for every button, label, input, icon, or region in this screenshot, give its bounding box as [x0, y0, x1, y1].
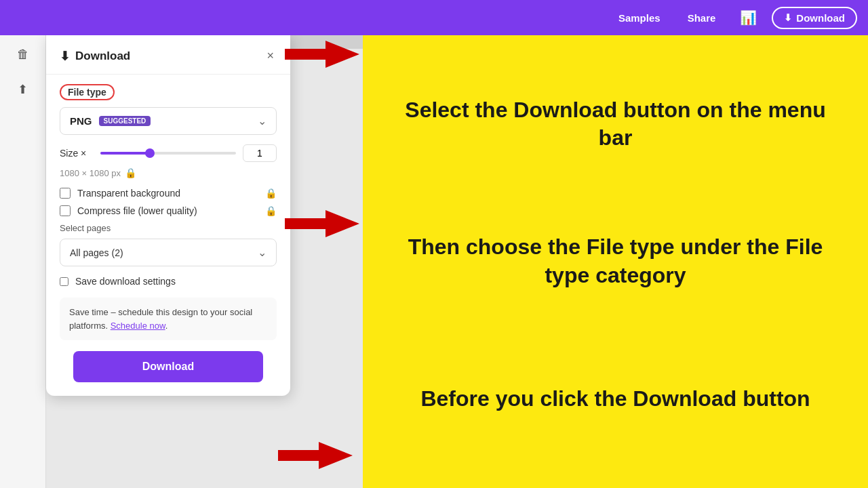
transparent-bg-checkbox[interactable]: [60, 188, 71, 199]
right-panel: Select the Download button on the menu b…: [363, 35, 868, 488]
schedule-link[interactable]: Schedule now: [111, 321, 165, 331]
instruction-2: Then choose the File type under the File…: [390, 193, 841, 331]
transparent-bg-label: Transparent background: [77, 188, 180, 199]
download-menu-label: Download: [796, 12, 845, 24]
transparent-bg-row: Transparent background 🔒: [60, 188, 277, 199]
compress-file-label: Compress file (lower quality): [77, 205, 197, 216]
save-settings-row: Save download settings: [60, 276, 277, 287]
compress-file-row: Compress file (lower quality) 🔒: [60, 205, 277, 216]
panel-title: ⬇ Download: [60, 49, 264, 64]
main-area: 1000 1100 🗑 ⬆ ↻ ⬇ Download × File type: [0, 35, 868, 488]
chart-icon[interactable]: 📊: [733, 5, 764, 30]
panel-close-button[interactable]: ×: [264, 46, 277, 66]
compress-lock-icon: 🔒: [265, 205, 277, 216]
svg-rect-6: [278, 450, 319, 461]
duplicate-icon[interactable]: ⬆: [11, 77, 35, 102]
file-type-left: PNG SUGGESTED: [70, 115, 151, 127]
download-menu-button[interactable]: Download: [772, 7, 857, 29]
size-dims: 1080 × 1080 px 🔒: [60, 167, 277, 178]
instruction-3-text: Before you click the Download button: [390, 385, 841, 413]
panel-download-button[interactable]: Download: [73, 351, 263, 382]
download-btn-container: Download: [46, 351, 290, 382]
dims-lock-icon: 🔒: [125, 167, 136, 178]
size-input[interactable]: [243, 144, 277, 162]
select-pages-label: Select pages: [60, 223, 277, 233]
instruction-2-text: Then choose the File type under the File…: [390, 233, 841, 289]
menu-bar: Samples Share 📊 Download: [0, 0, 868, 35]
svg-rect-2: [285, 49, 326, 60]
compress-file-checkbox[interactable]: [60, 205, 71, 216]
instruction-1: Select the Download button on the menu b…: [390, 56, 841, 193]
size-slider[interactable]: [100, 152, 236, 155]
file-type-value: PNG: [70, 115, 92, 127]
file-type-chevron-icon: ⌄: [258, 115, 267, 127]
transparent-bg-lock-icon: 🔒: [265, 188, 277, 199]
canvas-area: 1000 1100 🗑 ⬆ ↻ ⬇ Download × File type: [0, 35, 363, 488]
size-row: Size ×: [60, 144, 277, 162]
svg-rect-4: [285, 218, 326, 229]
file-type-label: File type: [60, 84, 115, 100]
slider-thumb[interactable]: [145, 148, 155, 158]
suggested-badge: SUGGESTED: [99, 116, 151, 126]
instruction-1-text: Select the Download button on the menu b…: [390, 96, 841, 152]
save-settings-label: Save download settings: [75, 276, 176, 287]
file-type-section: File type PNG SUGGESTED ⌄ Size ×: [46, 75, 290, 287]
instruction-3: Before you click the Download button: [390, 330, 841, 468]
samples-button[interactable]: Samples: [609, 8, 670, 28]
panel-title-text: Download: [75, 49, 130, 63]
svg-marker-3: [326, 210, 359, 237]
schedule-box: Save time – schedule this design to your…: [60, 298, 277, 340]
pages-value: All pages (2): [70, 247, 123, 258]
share-button[interactable]: Share: [678, 8, 726, 28]
panel-header: ⬇ Download ×: [46, 35, 290, 75]
file-type-dropdown[interactable]: PNG SUGGESTED ⌄: [60, 107, 277, 135]
pages-dropdown[interactable]: All pages (2) ⌄: [60, 239, 277, 266]
save-settings-checkbox[interactable]: [60, 277, 68, 286]
svg-marker-5: [319, 442, 353, 469]
pages-chevron-icon: ⌄: [258, 246, 267, 259]
delete-icon[interactable]: 🗑: [11, 42, 35, 66]
download-panel: ⬇ Download × File type PNG SUGGESTED ⌄ S…: [46, 35, 290, 396]
size-label: Size ×: [60, 148, 94, 159]
dimensions-text: 1080 × 1080 px: [60, 168, 121, 178]
slider-track: [100, 152, 148, 155]
left-toolbar: 🗑 ⬆: [0, 35, 46, 488]
